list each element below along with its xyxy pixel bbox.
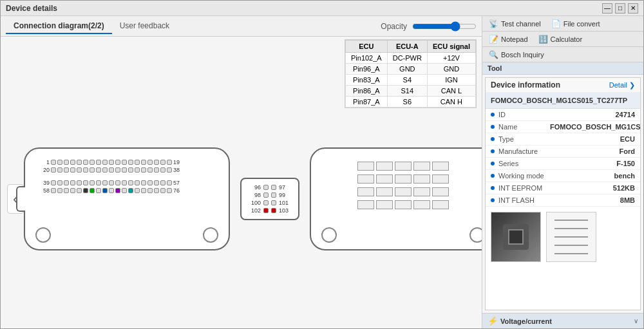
table-row: Pin96_AGNDGND bbox=[345, 64, 475, 75]
pin-dot bbox=[96, 180, 101, 185]
info-value: ECU bbox=[620, 135, 635, 143]
pin-dot-102 bbox=[263, 208, 269, 213]
pin-dot bbox=[141, 167, 146, 173]
thumbnails-row bbox=[486, 207, 640, 267]
notepad-label: Notepad bbox=[501, 35, 528, 43]
chip-icon bbox=[503, 224, 529, 250]
calculator-label: Calculator bbox=[551, 35, 583, 43]
rpb bbox=[357, 187, 374, 196]
right-connector-circle-bl bbox=[321, 227, 337, 243]
main-layout: Connection diagram(2/2) User feedback Op… bbox=[1, 16, 643, 328]
pin-dot bbox=[109, 167, 114, 173]
toolbar-row-2: 📝 Notepad 🔢 Calculator bbox=[482, 32, 643, 47]
pin-dot bbox=[96, 160, 101, 165]
toolbar-row-1: 📡 Test channel 📄 File convert bbox=[482, 16, 643, 32]
table-cell-ecu_a: DC-PWR bbox=[387, 53, 427, 64]
pin-dot bbox=[64, 180, 69, 185]
bosch-inquiry-button[interactable]: 🔍 Bosch Inquiry bbox=[485, 49, 548, 61]
maximize-button[interactable]: □ bbox=[615, 3, 625, 14]
info-bullet bbox=[491, 198, 495, 202]
pin-label-99: 99 bbox=[279, 192, 290, 198]
device-info-panel: Device information Detail ❯ FOMOCO_BOSCH… bbox=[485, 77, 641, 310]
info-row: INT EEPROM512KB bbox=[486, 182, 640, 194]
pin-dot bbox=[109, 160, 114, 165]
info-bullet bbox=[491, 125, 495, 129]
pin-dot bbox=[51, 167, 56, 173]
file-convert-button[interactable]: 📄 File convert bbox=[547, 18, 604, 30]
info-key: Manufacture bbox=[498, 147, 550, 155]
pin-dot bbox=[115, 160, 120, 165]
col-ecu: ECU bbox=[345, 41, 387, 53]
pin-dot bbox=[70, 188, 75, 193]
pin-dot bbox=[167, 188, 172, 193]
pin-dot bbox=[109, 180, 114, 185]
thumb-line bbox=[554, 228, 587, 229]
pin-dot bbox=[167, 167, 172, 173]
col-ecu-signal: ECU signal bbox=[427, 41, 475, 53]
pin-dot bbox=[109, 188, 114, 193]
pin-dot bbox=[102, 167, 108, 173]
pin-dot bbox=[96, 188, 101, 193]
pin-dot bbox=[154, 188, 159, 193]
thumbnail-1[interactable] bbox=[491, 212, 541, 262]
right-pin-groups bbox=[357, 162, 449, 209]
pin-dot bbox=[70, 180, 75, 185]
pin-dot bbox=[102, 180, 108, 185]
right-connector bbox=[310, 147, 482, 250]
info-row: ID24714 bbox=[486, 109, 640, 121]
info-row: NameFOMOCO_BOSCH_MG1CS015_TC277TP bbox=[486, 121, 640, 133]
pin-dot bbox=[64, 188, 69, 193]
mid-row-100-101: 100 101 bbox=[249, 200, 290, 206]
device-info-header: Device information Detail ❯ bbox=[486, 78, 640, 93]
thumb-line bbox=[554, 245, 587, 246]
right-connector-circle-br bbox=[469, 227, 482, 243]
pin-label-19: 19 bbox=[173, 159, 185, 165]
connector-circle-bl bbox=[35, 227, 51, 243]
pin-dot bbox=[57, 160, 62, 165]
device-name-banner: FOMOCO_BOSCH_MG1CS015_TC277TP bbox=[486, 93, 640, 109]
test-channel-label: Test channel bbox=[501, 20, 541, 28]
calculator-button[interactable]: 🔢 Calculator bbox=[535, 33, 587, 45]
pin-row-1: 1 19 bbox=[38, 159, 216, 165]
tab-connection[interactable]: Connection diagram(2/2) bbox=[6, 19, 112, 34]
pin-label-96: 96 bbox=[249, 184, 261, 191]
pin-dot-98 bbox=[263, 193, 269, 198]
rpb bbox=[432, 200, 449, 209]
voltage-section[interactable]: ⚡ Voltage/current ∨ bbox=[482, 313, 643, 328]
pin-dot bbox=[128, 160, 133, 165]
notepad-button[interactable]: 📝 Notepad bbox=[485, 33, 532, 45]
pin-dot bbox=[64, 160, 69, 165]
rpb bbox=[413, 187, 430, 196]
opacity-label: Opacity bbox=[381, 22, 407, 31]
minimize-button[interactable]: — bbox=[602, 3, 612, 14]
pin-dot bbox=[51, 180, 56, 185]
voltage-text: Voltage/current bbox=[500, 317, 552, 325]
info-rows-container: ID24714NameFOMOCO_BOSCH_MG1CS015_TC277TP… bbox=[486, 109, 640, 207]
rpb bbox=[395, 187, 412, 196]
chevron-icon: ∨ bbox=[634, 317, 638, 324]
pin-label-57: 57 bbox=[173, 180, 185, 186]
spacer bbox=[38, 174, 216, 178]
bosch-icon: 🔍 bbox=[489, 50, 498, 59]
detail-link[interactable]: Detail ❯ bbox=[609, 81, 635, 89]
test-channel-icon: 📡 bbox=[489, 19, 498, 28]
test-channel-button[interactable]: 📡 Test channel bbox=[485, 18, 545, 30]
calculator-icon: 🔢 bbox=[538, 35, 548, 44]
pin-dot bbox=[135, 167, 140, 173]
rpb bbox=[395, 162, 412, 171]
pin-dot bbox=[147, 188, 153, 193]
left-connector-inner: 1 19 20 bbox=[33, 156, 221, 196]
pin-dot bbox=[135, 180, 140, 185]
right-group-4 bbox=[357, 200, 449, 209]
pin-dot bbox=[57, 167, 62, 173]
pin-label-97: 97 bbox=[279, 184, 290, 191]
info-bullet bbox=[491, 174, 495, 178]
tab-feedback[interactable]: User feedback bbox=[112, 19, 177, 34]
pin-dot bbox=[128, 167, 133, 173]
thumbnail-2[interactable] bbox=[546, 212, 596, 262]
pin-label-102: 102 bbox=[249, 207, 261, 214]
opacity-slider[interactable] bbox=[412, 21, 477, 32]
close-button[interactable]: ✕ bbox=[628, 3, 638, 14]
pin-dot-103 bbox=[271, 208, 276, 213]
bosch-label: Bosch Inquiry bbox=[501, 51, 544, 59]
